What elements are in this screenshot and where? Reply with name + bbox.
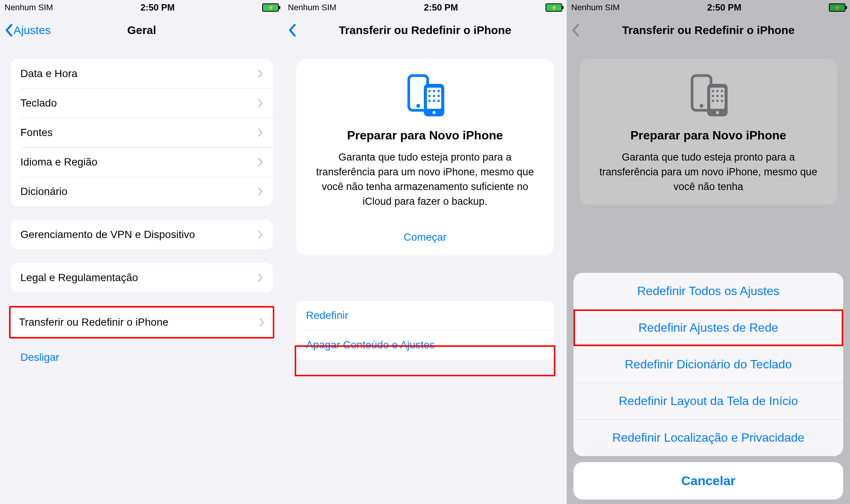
card-body: Garanta que tudo esteja pronto para a tr… (309, 150, 541, 209)
back-button[interactable] (288, 23, 296, 37)
sheet-reset-all-settings[interactable]: Redefinir Todos os Ajustes (573, 273, 843, 309)
content: Preparar para Novo iPhone Garanta que tu… (283, 45, 567, 504)
row-vpn-device-management[interactable]: Gerenciamento de VPN e Dispositivo (11, 220, 273, 249)
settings-group-2: Gerenciamento de VPN e Dispositivo (11, 220, 273, 249)
sheet-reset-network-settings[interactable]: Redefinir Ajustes de Rede (573, 309, 843, 346)
row-label: Transferir ou Redefinir o iPhone (19, 316, 168, 328)
svg-point-8 (428, 95, 431, 97)
status-battery: ⚡ (262, 3, 279, 12)
screen-reset-sheet: Nenhum SIM 2:50 PM ⚡ Transferir ou Redef… (567, 0, 850, 504)
prepare-card: Preparar para Novo iPhone Garanta que tu… (296, 59, 554, 255)
svg-point-9 (433, 95, 435, 97)
chevron-right-icon (258, 69, 263, 78)
row-label: Redefinir (306, 309, 348, 322)
card-title: Preparar para Novo iPhone (309, 128, 541, 142)
settings-group-3: Legal e Regulamentação (11, 263, 273, 292)
row-label: Apagar Conteúdo e Ajustes (306, 339, 435, 351)
nav-bar: Transferir ou Redefinir o iPhone (283, 15, 567, 45)
page-title: Transferir ou Redefinir o iPhone (339, 24, 512, 37)
chevron-right-icon (258, 187, 263, 196)
status-bar: Nenhum SIM 2:50 PM ⚡ (0, 0, 283, 15)
row-legal-regulatory[interactable]: Legal e Regulamentação (11, 263, 273, 292)
reset-group-wrap: Redefinir Apagar Conteúdo e Ajustes (283, 301, 567, 360)
sheet-reset-location-privacy[interactable]: Redefinir Localização e Privacidade (573, 419, 843, 456)
status-carrier: Nenhum SIM (288, 3, 336, 12)
settings-group-1: Data e Hora Teclado Fontes Idioma e Regi… (11, 59, 273, 206)
page-title: Geral (127, 24, 156, 37)
row-reset[interactable]: Redefinir (296, 301, 554, 330)
phones-icon (309, 73, 541, 119)
row-dictionary[interactable]: Dicionário (11, 177, 273, 206)
battery-icon: ⚡ (546, 3, 562, 12)
row-language-region[interactable]: Idioma e Região (11, 147, 273, 177)
sheet-options: Redefinir Todos os Ajustes Redefinir Aju… (573, 273, 843, 456)
svg-point-6 (433, 90, 435, 92)
action-sheet: Redefinir Todos os Ajustes Redefinir Aju… (573, 273, 843, 499)
row-date-time[interactable]: Data e Hora (11, 59, 273, 88)
svg-point-7 (437, 90, 440, 92)
svg-point-10 (437, 95, 440, 97)
settings-group-4-highlighted: Transferir ou Redefinir o iPhone (9, 306, 274, 339)
status-time: 2:50 PM (141, 2, 175, 13)
sheet-cancel-button[interactable]: Cancelar (573, 462, 843, 499)
battery-icon: ⚡ (262, 3, 279, 12)
chevron-right-icon (258, 158, 263, 167)
svg-point-4 (433, 111, 436, 114)
chevron-right-icon (258, 230, 263, 239)
chevron-left-icon (5, 23, 13, 37)
row-transfer-reset[interactable]: Transferir ou Redefinir o iPhone (11, 308, 273, 337)
sheet-reset-home-layout[interactable]: Redefinir Layout da Tela de Início (573, 383, 843, 419)
screen-general: Nenhum SIM 2:50 PM ⚡ Ajustes Geral Data … (0, 0, 283, 504)
status-battery: ⚡ (546, 3, 562, 12)
row-label: Teclado (20, 97, 57, 109)
row-label: Dicionário (20, 186, 68, 198)
svg-point-12 (433, 100, 435, 102)
back-button[interactable]: Ajustes (5, 23, 51, 37)
svg-point-1 (416, 104, 420, 108)
svg-point-11 (428, 100, 431, 102)
row-label: Data e Hora (20, 68, 77, 80)
svg-point-5 (428, 90, 431, 92)
svg-point-13 (437, 100, 440, 102)
card-start-button[interactable]: Começar (309, 224, 541, 245)
chevron-right-icon (258, 273, 263, 282)
row-label: Fontes (20, 127, 53, 139)
chevron-right-icon (259, 318, 264, 327)
chevron-right-icon (258, 99, 263, 108)
row-keyboard[interactable]: Teclado (11, 88, 273, 118)
shutdown-button[interactable]: Desligar (11, 348, 273, 367)
content: Data e Hora Teclado Fontes Idioma e Regi… (0, 45, 283, 504)
nav-bar: Ajustes Geral (0, 15, 283, 45)
back-label: Ajustes (14, 24, 51, 37)
screen-transfer-reset: Nenhum SIM 2:50 PM ⚡ Transferir ou Redef… (283, 0, 567, 504)
status-carrier: Nenhum SIM (5, 3, 53, 12)
row-fonts[interactable]: Fontes (11, 118, 273, 147)
row-label: Gerenciamento de VPN e Dispositivo (20, 229, 195, 241)
chevron-left-icon (288, 23, 296, 37)
row-label: Idioma e Região (20, 156, 97, 168)
reset-group: Redefinir Apagar Conteúdo e Ajustes (296, 301, 554, 360)
sheet-reset-keyboard-dictionary[interactable]: Redefinir Dicionário do Teclado (573, 346, 843, 383)
status-bar: Nenhum SIM 2:50 PM ⚡ (283, 0, 567, 15)
row-label: Legal e Regulamentação (20, 272, 138, 284)
row-erase-all[interactable]: Apagar Conteúdo e Ajustes (296, 330, 554, 360)
status-time: 2:50 PM (424, 2, 458, 13)
chevron-right-icon (258, 128, 263, 137)
